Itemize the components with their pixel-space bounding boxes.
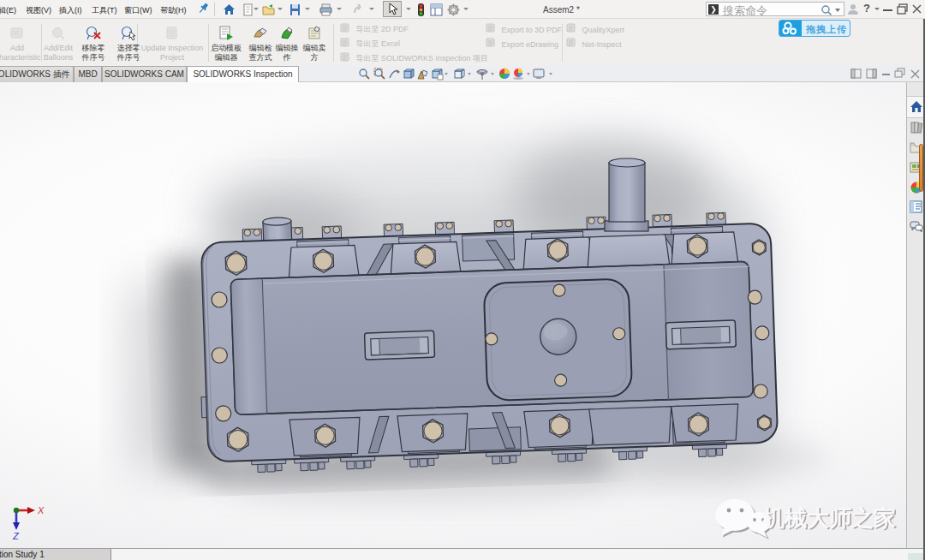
svg-text:X: X [37,505,45,515]
svg-text:Z: Z [12,531,20,541]
svg-text:机械大师之家: 机械大师之家 [761,505,896,531]
